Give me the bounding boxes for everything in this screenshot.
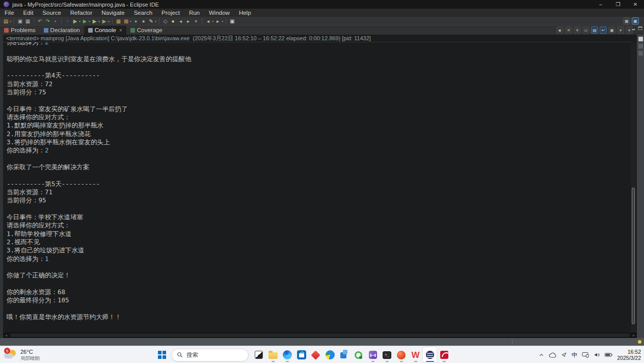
scroll-left-arrow[interactable]: ◂ bbox=[3, 333, 9, 338]
pin-console-icon[interactable]: ▣ bbox=[608, 27, 615, 34]
previous-annotation-icon[interactable]: ▾ bbox=[193, 18, 199, 24]
clock[interactable]: 16:52 2025/3/22 bbox=[617, 349, 641, 361]
coverage-dropdown-icon[interactable]: ▾ bbox=[108, 19, 110, 23]
new-wizard-dropdown-icon[interactable]: ▾ bbox=[10, 19, 11, 23]
open-type-icon[interactable]: ◇ bbox=[162, 18, 169, 24]
minimize-view-button[interactable]: 🗕 bbox=[631, 26, 636, 31]
debug-dropdown-icon[interactable]: ▾ bbox=[79, 19, 81, 23]
taskbar-app-wps[interactable]: W bbox=[409, 347, 422, 362]
trim-icon[interactable] bbox=[638, 44, 643, 48]
new-java-project-icon[interactable]: ▦ bbox=[115, 18, 122, 24]
run-icon[interactable]: ▶ bbox=[82, 18, 88, 24]
redo-icon[interactable]: ↷ bbox=[44, 18, 51, 24]
tab-console[interactable]: Console× bbox=[84, 25, 126, 35]
profile-icon[interactable]: ▶ bbox=[91, 18, 98, 24]
menu-edit[interactable]: Edit bbox=[19, 9, 38, 17]
clear-console-icon[interactable]: ▭ bbox=[582, 27, 589, 34]
notification-bulb-icon[interactable] bbox=[638, 340, 641, 344]
taskbar-app-purple-app[interactable] bbox=[366, 347, 380, 362]
menu-file[interactable]: File bbox=[0, 9, 19, 17]
taskbar-app-eclipse[interactable] bbox=[423, 347, 437, 362]
taskbar-app-red-diamond-app[interactable] bbox=[309, 347, 323, 362]
search-input[interactable]: 搜索 bbox=[171, 349, 249, 361]
new-annotation-icon[interactable]: ✎ bbox=[148, 18, 154, 24]
save-all-icon[interactable]: ▦ bbox=[24, 18, 31, 24]
taskbar-app-red-wave-app[interactable] bbox=[437, 347, 451, 362]
new-class-icon[interactable]: ● bbox=[132, 18, 139, 24]
trim-icon[interactable] bbox=[638, 51, 643, 56]
new-interface-icon[interactable]: ● bbox=[140, 18, 147, 24]
remove-all-launches-icon[interactable]: ✕ bbox=[574, 27, 581, 34]
new-package-icon[interactable]: ▩ bbox=[123, 18, 129, 24]
scroll-lock-icon[interactable]: ▤ bbox=[591, 27, 598, 34]
taskbar-app-terminal[interactable]: >_ bbox=[380, 347, 394, 362]
restore-button[interactable]: ❐ bbox=[609, 0, 627, 9]
profile-dropdown-icon[interactable]: ▾ bbox=[98, 19, 100, 23]
taskbar-app-orange-circle-app[interactable] bbox=[394, 347, 408, 362]
taskbar-app-file-explorer[interactable] bbox=[266, 347, 280, 362]
remove-launch-icon[interactable]: ✕ bbox=[565, 27, 572, 34]
battery-icon[interactable] bbox=[605, 352, 612, 357]
menu-project[interactable]: Project bbox=[157, 9, 184, 17]
menu-run[interactable]: Run bbox=[184, 9, 204, 17]
tab-close-icon[interactable]: × bbox=[119, 28, 122, 33]
new-annotation-dropdown-icon[interactable]: ▾ bbox=[155, 19, 156, 23]
tab-declaration[interactable]: Declaration bbox=[40, 25, 84, 35]
onedrive-cloud-icon[interactable] bbox=[549, 352, 556, 358]
menu-navigate[interactable]: Navigate bbox=[97, 9, 129, 17]
ime-indicator[interactable]: 中 bbox=[572, 351, 578, 359]
debug-icon[interactable]: ▶ bbox=[72, 18, 78, 24]
menu-window[interactable]: Window bbox=[204, 9, 234, 17]
search-icon[interactable]: ● bbox=[170, 18, 176, 24]
last-edit-location-icon[interactable]: ◂ bbox=[177, 18, 184, 24]
run-dropdown-icon[interactable]: ▾ bbox=[89, 19, 90, 23]
new-package-dropdown-icon[interactable]: ▾ bbox=[130, 19, 131, 23]
word-wrap-icon[interactable]: ↩ bbox=[600, 27, 607, 34]
menu-source[interactable]: Source bbox=[38, 9, 65, 17]
hidden-icons-chevron[interactable] bbox=[539, 352, 544, 358]
console-output[interactable]: 你的选择为：2 聪明的你立马就意识到室友是在浪费水，于是你决定友善的提醒他 --… bbox=[3, 42, 631, 332]
menu-help[interactable]: Help bbox=[234, 9, 256, 17]
weather-widget[interactable]: 5 26°C 局部晴朗 bbox=[4, 347, 40, 362]
terminate-icon[interactable]: ■ bbox=[556, 27, 564, 34]
skip-breakpoints-icon[interactable]: ▫ bbox=[64, 18, 71, 24]
new-wizard-icon[interactable]: ▤ bbox=[3, 18, 9, 24]
tab-problems[interactable]: Problems bbox=[0, 25, 40, 35]
vertical-scrollbar[interactable] bbox=[631, 42, 636, 332]
open-perspective-icon[interactable]: ▦ bbox=[623, 17, 630, 24]
java-perspective-icon[interactable]: ▣ bbox=[632, 17, 639, 24]
taskbar-app-task-view[interactable] bbox=[252, 347, 265, 362]
forward-icon[interactable]: ▸ bbox=[214, 18, 221, 24]
restore-view-icon[interactable] bbox=[638, 37, 643, 41]
vertical-scrollbar-thumb[interactable] bbox=[632, 188, 635, 324]
start-button[interactable] bbox=[156, 349, 168, 361]
link-with-editor-icon[interactable]: ▣ bbox=[229, 18, 235, 24]
open-task-icon[interactable]: ▪ bbox=[52, 18, 59, 24]
horizontal-scrollbar[interactable]: ◂ ▸ bbox=[3, 332, 637, 338]
minimize-button[interactable]: – bbox=[592, 0, 609, 9]
display-selected-console-icon[interactable]: ▾ bbox=[617, 27, 624, 34]
next-annotation-icon[interactable]: ▸ bbox=[185, 18, 192, 24]
back-icon[interactable]: ◂ bbox=[205, 18, 211, 24]
taskbar-app-blue-squares-app[interactable] bbox=[337, 347, 351, 362]
taskbar-app-green-circle-app[interactable] bbox=[352, 347, 365, 362]
tab-coverage[interactable]: Coverage bbox=[126, 25, 167, 35]
undo-icon[interactable]: ↶ bbox=[37, 18, 43, 24]
maximize-view-button[interactable]: 🗖 bbox=[638, 26, 642, 31]
speaker-icon[interactable] bbox=[594, 352, 600, 358]
console-line bbox=[7, 171, 631, 179]
close-button[interactable]: ✕ bbox=[627, 0, 644, 9]
menu-refactor[interactable]: Refactor bbox=[66, 9, 97, 17]
back-dropdown-icon[interactable]: ▾ bbox=[212, 19, 213, 23]
scroll-right-arrow[interactable]: ▸ bbox=[631, 333, 637, 338]
menu-search[interactable]: Search bbox=[129, 9, 157, 17]
horizontal-scrollbar-thumb[interactable] bbox=[10, 333, 630, 337]
coverage-icon[interactable]: ▶ bbox=[101, 18, 108, 24]
save-icon[interactable]: ▣ bbox=[17, 18, 23, 24]
taskbar-app-edge[interactable] bbox=[280, 347, 294, 362]
cast-screen-icon[interactable] bbox=[582, 352, 589, 358]
taskbar-app-store[interactable] bbox=[294, 347, 308, 362]
location-arrow-icon[interactable] bbox=[561, 352, 567, 358]
forward-dropdown-icon[interactable]: ▾ bbox=[222, 19, 223, 23]
taskbar-app-globe-browser[interactable] bbox=[323, 347, 337, 362]
